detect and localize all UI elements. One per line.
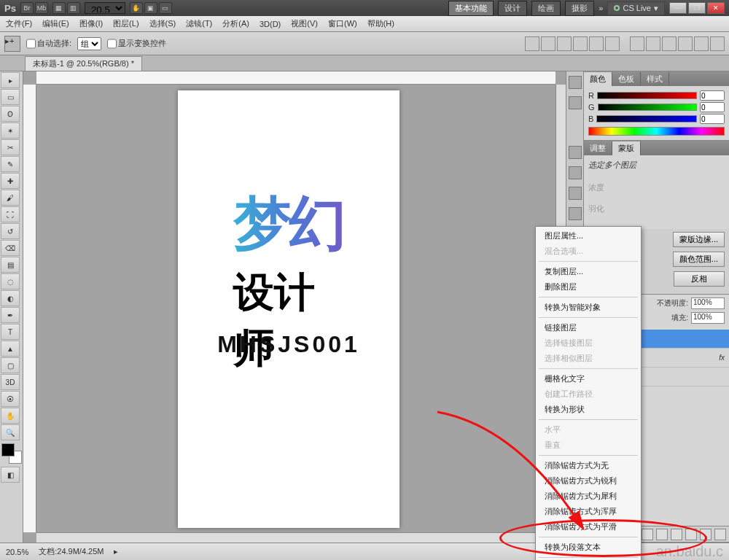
input-r[interactable] <box>700 90 725 101</box>
pen-tool[interactable]: ✒ <box>1 307 20 323</box>
zoom-tool[interactable]: 🔍 <box>1 424 20 440</box>
ctx-item[interactable]: 消除锯齿方式为锐利 <box>536 473 641 489</box>
distribute-icon[interactable] <box>678 36 693 51</box>
link-layer-icon[interactable] <box>642 529 653 540</box>
3dcam-tool[interactable]: ⦿ <box>1 391 20 407</box>
status-zoom[interactable]: 20.5% <box>6 548 28 556</box>
tab-adjustments[interactable]: 调整 <box>584 141 612 155</box>
move-tool-icon[interactable]: ▸+ <box>4 36 20 52</box>
path-sel-tool[interactable]: ▲ <box>1 341 20 357</box>
new-group-icon[interactable] <box>685 529 697 540</box>
ctx-item[interactable]: 删除图层 <box>536 279 641 295</box>
menu-image[interactable]: 图像(I) <box>79 18 103 29</box>
auto-select-check[interactable]: 自动选择: <box>26 37 71 50</box>
tab-masks[interactable]: 蒙版 <box>612 141 641 155</box>
workspace-essentials[interactable]: 基本功能 <box>448 1 494 16</box>
input-g[interactable] <box>700 102 725 112</box>
heal-tool[interactable]: ✚ <box>1 173 20 189</box>
ctx-item[interactable]: 转换为段落文本 <box>536 540 641 555</box>
scrollbar-horizontal[interactable] <box>36 532 566 542</box>
align-icon[interactable] <box>573 36 588 51</box>
shape-tool[interactable]: ▢ <box>1 357 20 373</box>
auto-select-target[interactable]: 组 <box>77 37 101 50</box>
mask-edge-button[interactable]: 蒙版边缘... <box>673 232 725 247</box>
new-layer-icon[interactable] <box>700 529 712 540</box>
hue-strip[interactable] <box>588 127 725 136</box>
quickmask-tool[interactable]: ◧ <box>1 467 20 483</box>
menu-window[interactable]: 窗口(W) <box>328 18 357 29</box>
eyedrop-tool[interactable]: ✎ <box>1 156 20 172</box>
crop-tool[interactable]: ✂ <box>1 139 20 155</box>
slider-g[interactable] <box>598 104 697 111</box>
hand-icon[interactable]: ✋ <box>130 2 143 14</box>
delete-layer-icon[interactable] <box>714 529 726 540</box>
window-close[interactable]: ✕ <box>707 2 725 14</box>
ctx-item[interactable]: 消除锯齿方式为浑厚 <box>536 504 641 519</box>
wand-tool[interactable]: ✶ <box>1 122 20 139</box>
move-tool[interactable]: ▸ <box>1 72 20 88</box>
align-icon[interactable] <box>525 36 539 51</box>
ruler-horizontal[interactable] <box>36 71 555 85</box>
document-tab[interactable]: 未标题-1 @ 20.5%(RGB/8) * <box>25 56 142 71</box>
screen-mode-icon[interactable]: ▭ <box>159 2 172 14</box>
character-icon[interactable] <box>569 187 582 200</box>
history-icon[interactable] <box>569 76 582 89</box>
ctx-item[interactable]: 转换为形状 <box>536 402 641 417</box>
workspace-more-icon[interactable]: » <box>599 4 603 12</box>
minibridge-icon[interactable]: Mb <box>35 2 48 14</box>
hand-tool[interactable]: ✋ <box>1 408 20 424</box>
menu-layer[interactable]: 图层(L) <box>113 18 139 29</box>
workspace-photo[interactable]: 摄影 <box>565 1 594 16</box>
ctx-item[interactable]: 栅格化文字 <box>536 371 641 386</box>
ctx-item[interactable]: 消除锯齿方式为犀利 <box>536 489 641 504</box>
align-icon[interactable] <box>557 36 572 51</box>
bridge-icon[interactable]: Br <box>20 2 34 14</box>
cslive-button[interactable]: CS Live ▾ <box>607 1 665 15</box>
brushes-icon[interactable] <box>569 146 582 159</box>
ctx-item[interactable]: 图层属性... <box>536 228 641 244</box>
dodge-tool[interactable]: ◐ <box>1 290 20 306</box>
color-range-button[interactable]: 颜色范围... <box>673 252 725 267</box>
ruler-vertical[interactable] <box>23 85 36 532</box>
color-picker[interactable] <box>1 443 22 464</box>
brush-tool[interactable]: 🖌 <box>1 190 20 206</box>
menu-select[interactable]: 选择(S) <box>149 18 176 29</box>
menu-view[interactable]: 视图(V) <box>291 18 318 29</box>
align-icon[interactable] <box>541 36 555 51</box>
menu-filter[interactable]: 滤镜(T) <box>186 18 212 29</box>
actions-icon[interactable] <box>569 96 582 109</box>
workspace-paint[interactable]: 绘画 <box>531 1 561 16</box>
slider-b[interactable] <box>596 115 697 122</box>
show-transform-check[interactable]: 显示变换控件 <box>107 37 166 50</box>
ctx-item[interactable]: 链接图层 <box>536 320 641 335</box>
menu-help[interactable]: 帮助(H) <box>367 18 394 29</box>
menu-file[interactable]: 文件(F) <box>6 18 32 29</box>
distribute-icon[interactable] <box>662 36 677 51</box>
zoom-select[interactable]: 20.5 <box>85 2 125 14</box>
view-extras-icon[interactable]: ▦ <box>52 2 66 14</box>
invert-button[interactable]: 反相 <box>674 271 725 287</box>
ctx-item[interactable]: 转换为智能对象 <box>536 300 641 315</box>
tab-color[interactable]: 颜色 <box>584 72 612 86</box>
menu-3d[interactable]: 3D(D) <box>260 20 281 28</box>
input-b[interactable] <box>700 114 725 124</box>
window-minimize[interactable]: — <box>669 2 687 14</box>
distribute-icon[interactable] <box>646 36 660 51</box>
view-rulers-icon[interactable]: ▥ <box>67 2 80 14</box>
fill-value[interactable]: 100% <box>691 312 725 324</box>
layer-fx-badge[interactable]: fx <box>719 354 725 362</box>
layer-mask-icon[interactable] <box>671 529 682 540</box>
status-docsize[interactable]: 文档:24.9M/4.25M <box>39 546 104 557</box>
window-restore[interactable]: ❐ <box>688 2 706 14</box>
workspace-design[interactable]: 设计 <box>498 1 527 16</box>
type-tool[interactable]: T <box>1 324 20 340</box>
align-icon[interactable] <box>605 36 620 51</box>
align-icon[interactable] <box>589 36 604 51</box>
document-canvas[interactable]: 梦幻 设计师 MHSJS001 <box>178 90 399 528</box>
distribute-icon[interactable] <box>630 36 644 51</box>
3d-tool[interactable]: 3D <box>1 374 20 390</box>
gradient-tool[interactable]: ▤ <box>1 257 20 273</box>
layer-style-icon[interactable] <box>656 529 668 540</box>
tab-swatches[interactable]: 色板 <box>612 72 641 86</box>
ctx-item[interactable]: 消除锯齿方式为无 <box>536 458 641 473</box>
